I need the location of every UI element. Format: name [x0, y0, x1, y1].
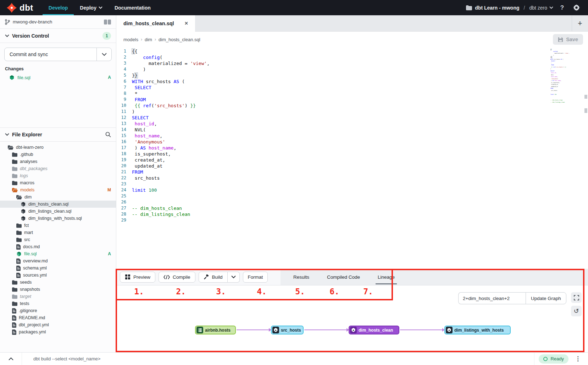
tree-item-analyses[interactable]: analyses [0, 158, 116, 165]
tree-item-dim-listings-clean-sql[interactable]: dim_listings_clean.sql [0, 208, 116, 215]
gear-icon[interactable] [571, 2, 582, 13]
tree-item-dbt-learn-zero[interactable]: dbt-learn-zero [0, 144, 116, 151]
command-bar: Ready ⋮ [0, 352, 588, 365]
tree-item-fct[interactable]: fct [0, 222, 116, 229]
model-icon [350, 327, 357, 333]
tree-item-models[interactable]: modelsM [0, 186, 116, 194]
build-options-chevron[interactable] [228, 272, 240, 283]
commit-and-sync-button[interactable]: Commit and sync [4, 48, 112, 61]
button-label: Compile [173, 274, 190, 280]
tree-item-dbt-packages[interactable]: dbt_packages [0, 165, 116, 172]
project-selector[interactable]: dbt Learn - mwong [466, 5, 519, 11]
panel-tab-lineage[interactable]: Lineage [377, 272, 395, 282]
folder-icon [16, 230, 22, 235]
node-label: dim_listings_with_hosts [454, 328, 504, 333]
breadcrumb-item[interactable]: dim_hosts_clean.sql [159, 37, 200, 42]
search-icon[interactable] [105, 132, 111, 137]
nav-item-documentation[interactable]: Documentation [109, 0, 157, 15]
lineage-selector-input[interactable] [458, 292, 526, 304]
breadcrumb-item[interactable]: dim [145, 37, 152, 42]
tree-item--gitignore[interactable]: .gitignore [0, 307, 116, 314]
tree-item-target[interactable]: target [0, 293, 116, 300]
tree-item-label: tests [20, 301, 29, 306]
tree-item-dim[interactable]: dim [0, 194, 116, 201]
changes-count-badge: 1 [102, 32, 111, 40]
tree-item-dbt-project-yml[interactable]: dbt_project.yml [0, 321, 116, 328]
save-button[interactable]: Save [553, 34, 583, 45]
lineage-node-dim-hosts-clean[interactable]: dim_hosts_clean [349, 326, 399, 334]
file-explorer-header[interactable]: File Explorer [0, 127, 116, 142]
tree-item-macros[interactable]: macros [0, 179, 116, 186]
file-explorer-title: File Explorer [12, 132, 42, 137]
changed-file-row[interactable]: file.sql A [0, 73, 116, 81]
fullscreen-icon[interactable] [571, 292, 582, 303]
dbt-logo[interactable]: dbt [0, 0, 43, 15]
split-view-icon[interactable] [104, 20, 111, 24]
lineage-node-src-hosts[interactable]: src_hosts [271, 326, 304, 334]
lineage-node-dim-listings-with-hosts[interactable]: dim_listings_with_hosts [444, 326, 511, 334]
command-input[interactable] [22, 356, 534, 361]
lineage-node-airbnb-hosts[interactable]: airbnb.hosts [195, 326, 236, 334]
format-button[interactable]: Format [243, 272, 268, 283]
close-icon[interactable]: × [183, 20, 189, 27]
new-tab-button[interactable]: + [572, 15, 588, 31]
tree-item--github[interactable]: .github [0, 151, 116, 158]
environment-name: dbt zero [529, 5, 547, 11]
tree-item-src[interactable]: src [0, 236, 116, 243]
tree-item-packages-yml[interactable]: packages.yml [0, 328, 116, 336]
changed-file-name: file.sql [17, 75, 30, 80]
compile-button[interactable]: Compile [159, 272, 195, 283]
tree-item-overview-md[interactable]: overview.md [0, 257, 116, 265]
build-button[interactable]: Build [199, 272, 228, 283]
tree-item-seeds[interactable]: seeds [0, 279, 116, 286]
chevron-up-icon[interactable] [0, 353, 22, 365]
code-editor[interactable]: 1{{2 config(3 materialized = 'view',4 )5… [116, 47, 588, 269]
tree-item-sources-yml[interactable]: sources.yml [0, 272, 116, 279]
tree-item-readme-md[interactable]: README.md [0, 314, 116, 321]
nav-item-develop[interactable]: Develop [43, 0, 74, 15]
tree-item-dim-listings-with-hosts-sql[interactable]: dim_listings_with_hosts.sql [0, 215, 116, 222]
breadcrumb: models›dim›dim_hosts_clean.sql [123, 37, 200, 42]
tree-item-docs-md[interactable]: docs.md [0, 243, 116, 250]
kebab-menu-icon[interactable]: ⋮ [573, 355, 582, 363]
panel-tab-results[interactable]: Results [293, 272, 310, 282]
version-control-header[interactable]: Version Control 1 [0, 29, 116, 43]
line-number: 17 [116, 145, 132, 151]
tree-item-file-sql[interactable]: file.sqlA [0, 250, 116, 257]
line-number: 11 [116, 109, 132, 115]
tree-item-mart[interactable]: mart [0, 229, 116, 236]
update-graph-button[interactable]: Update Graph [526, 292, 566, 304]
save-button-label: Save [566, 37, 578, 42]
help-icon[interactable]: ? [557, 2, 567, 13]
editor-minimap[interactable]: {{ config( materialized = 'view', )}}WIT… [550, 49, 582, 105]
commit-options-chevron[interactable] [96, 48, 111, 61]
editor-scrollbar[interactable] [584, 47, 588, 269]
status-ring-icon [543, 357, 548, 361]
reset-view-icon[interactable]: ↺ [571, 306, 582, 316]
environment-selector[interactable]: dbt zero [529, 5, 553, 11]
breadcrumb-item[interactable]: models [123, 37, 138, 42]
tree-item-label: macros [20, 180, 34, 185]
tree-item-schema-yml[interactable]: schema.yml [0, 265, 116, 272]
tree-item-logs[interactable]: logs [0, 172, 116, 179]
sidebar-spacer [0, 81, 116, 127]
folder-open-icon [8, 145, 13, 150]
chevron-down-icon [5, 133, 9, 136]
panel-tab-compiled-code[interactable]: Compiled Code [326, 272, 361, 282]
node-label: airbnb.hosts [205, 328, 231, 333]
preview-button[interactable]: Preview [120, 272, 155, 283]
build-split-button: Build [199, 272, 240, 283]
status-badge: Ready [539, 354, 568, 364]
code-lines[interactable]: 1{{2 config(3 materialized = 'view',4 )5… [116, 48, 545, 223]
tree-item-snapshots[interactable]: snapshots [0, 286, 116, 293]
tree-item-label: dbt_project.yml [19, 322, 49, 327]
tree-item-tests[interactable]: tests [0, 300, 116, 307]
dbt-logo-text: dbt [20, 3, 33, 13]
nav-item-deploy[interactable]: Deploy [74, 0, 109, 15]
tree-item-label: dbt_packages [20, 166, 48, 171]
changes-label: Changes [0, 66, 116, 73]
tab-dim-hosts-clean[interactable]: dim_hosts_clean.sql × [116, 15, 195, 32]
line-number: 22 [116, 175, 132, 181]
line-number: 13 [116, 121, 132, 127]
tree-item-dim-hosts-clean-sql[interactable]: dim_hosts_clean.sql [0, 201, 116, 208]
